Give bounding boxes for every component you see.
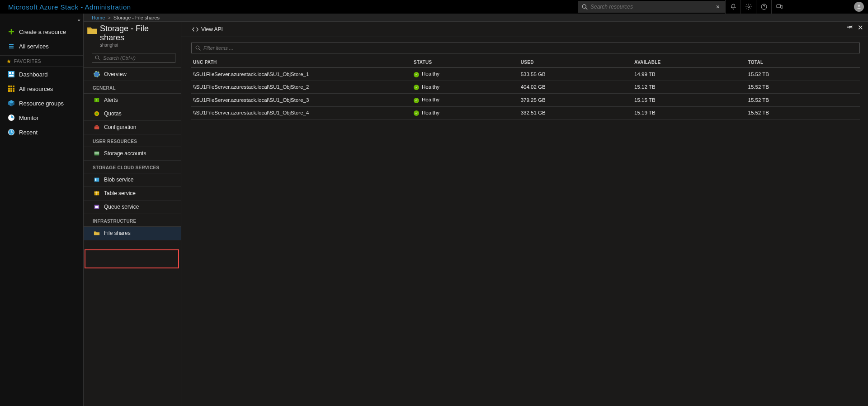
rm-queue-service[interactable]: Queue service [84, 201, 181, 214]
nav-collapse-toggle[interactable]: « [78, 17, 80, 23]
svg-point-55 [196, 46, 199, 49]
svg-rect-15 [12, 72, 14, 74]
status-ok-icon: ✓ [414, 72, 419, 77]
nav-all-resources[interactable]: All resources [0, 81, 83, 96]
rm-storage-accounts[interactable]: Storage accounts [84, 147, 181, 161]
table-row[interactable]: \\SU1FileServer.azurestack.local\SU1_Obj… [191, 81, 860, 94]
rm-file-shares[interactable]: File shares [84, 227, 181, 240]
svg-rect-14 [9, 72, 11, 74]
nav-resource-groups[interactable]: Resource groups [0, 96, 83, 110]
rm-overview[interactable]: Overview [84, 67, 181, 81]
resource-menu-search[interactable] [92, 53, 175, 63]
breadcrumb-home[interactable]: Home [92, 15, 105, 20]
svg-line-1 [586, 8, 588, 10]
create-resource-button[interactable]: Create a resource [0, 24, 83, 39]
pin-button[interactable] [847, 24, 853, 32]
cell-path: \\SU1FileServer.azurestack.local\SU1_Obj… [191, 94, 412, 107]
dashboard-icon [8, 71, 15, 78]
cell-total: 15.52 TB [746, 94, 860, 107]
top-bar: Microsoft Azure Stack - Administration × [0, 0, 868, 14]
cell-used: 404.02 GB [519, 81, 632, 94]
grid-icon [8, 85, 15, 92]
cell-available: 15.15 TB [632, 94, 746, 107]
status-ok-icon: ✓ [414, 110, 419, 116]
account-menu[interactable] [850, 0, 868, 14]
feedback-button[interactable] [771, 0, 787, 14]
cell-status: ✓Healthy [412, 94, 519, 107]
person-icon [856, 4, 862, 10]
cell-path: \\SU1FileServer.azurestack.local\SU1_Obj… [191, 68, 412, 81]
svg-rect-43 [95, 125, 98, 127]
view-api-button[interactable]: View API [192, 26, 223, 33]
global-nav: « Create a resource All services FAVORIT… [0, 14, 84, 406]
rm-blob-service[interactable]: Blob service [84, 173, 181, 187]
globe-icon [94, 71, 100, 77]
svg-rect-48 [95, 178, 97, 181]
breadcrumb: Home > Storage - File shares [84, 14, 868, 22]
cell-path: \\SU1FileServer.azurestack.local\SU1_Obj… [191, 106, 412, 119]
cell-used: 379.25 GB [519, 94, 632, 107]
rm-configuration[interactable]: Configuration [84, 121, 181, 134]
nav-recent[interactable]: Recent [0, 125, 83, 139]
col-used[interactable]: USED [519, 57, 632, 68]
svg-text:!: ! [96, 98, 97, 102]
content-area: Home > Storage - File shares Storage - F… [84, 14, 868, 406]
svg-rect-53 [95, 206, 99, 207]
col-status[interactable]: STATUS [412, 57, 519, 68]
cell-available: 15.19 TB [632, 106, 746, 119]
rm-table-service[interactable]: Table service [84, 187, 181, 201]
settings-button[interactable] [741, 0, 756, 14]
all-services-button[interactable]: All services [0, 39, 83, 53]
rm-overview-label: Overview [104, 71, 127, 77]
svg-line-56 [199, 49, 200, 50]
table-row[interactable]: \\SU1FileServer.azurestack.local\SU1_Obj… [191, 94, 860, 107]
view-api-label: View API [201, 26, 223, 33]
all-services-label: All services [19, 43, 49, 50]
col-unc-path[interactable]: UNC PATH [191, 57, 412, 68]
rm-configuration-label: Configuration [104, 124, 136, 130]
resource-menu-search-input[interactable] [103, 55, 172, 61]
toolbox-icon [94, 124, 100, 130]
table-row[interactable]: \\SU1FileServer.azurestack.local\SU1_Obj… [191, 68, 860, 81]
help-button[interactable] [756, 0, 771, 14]
gear-icon [745, 3, 752, 10]
svg-rect-44 [94, 152, 99, 156]
table-icon [94, 190, 100, 196]
filter-box[interactable] [191, 43, 860, 53]
status-ok-icon: ✓ [414, 85, 419, 90]
svg-point-41 [95, 112, 98, 115]
breadcrumb-sep: > [108, 15, 110, 20]
folder-icon [87, 26, 97, 34]
search-clear-icon[interactable]: × [714, 3, 722, 10]
rm-quotas[interactable]: Quotas [84, 107, 181, 121]
search-icon [582, 4, 588, 10]
svg-rect-21 [10, 88, 12, 90]
cell-status: ✓Healthy [412, 81, 519, 94]
col-available[interactable]: AVAILABLE [632, 57, 746, 68]
global-search[interactable]: × [578, 1, 725, 13]
rm-queue-label: Queue service [104, 204, 139, 210]
blade-row: Storage - File shares shanghai Overview … [84, 22, 868, 406]
nav-recent-label: Recent [19, 129, 38, 136]
svg-rect-24 [10, 90, 12, 92]
create-resource-label: Create a resource [19, 29, 66, 35]
rm-section-cloud: STORAGE CLOUD SERVICES [84, 161, 181, 173]
top-search-wrap: × [578, 0, 868, 14]
svg-rect-20 [8, 88, 10, 90]
feedback-icon [776, 3, 783, 10]
nav-resource-groups-label: Resource groups [19, 100, 64, 107]
svg-point-34 [95, 56, 99, 59]
blade-toolbar: View API [181, 22, 868, 37]
notifications-button[interactable] [725, 0, 741, 14]
col-total[interactable]: TOTAL [746, 57, 860, 68]
nav-monitor[interactable]: Monitor [0, 110, 83, 125]
close-button[interactable]: ✕ [858, 24, 863, 32]
cell-used: 332.51 GB [519, 106, 632, 119]
svg-rect-25 [13, 90, 14, 92]
global-search-input[interactable] [590, 4, 714, 10]
filter-input[interactable] [203, 45, 856, 51]
table-row[interactable]: \\SU1FileServer.azurestack.local\SU1_Obj… [191, 106, 860, 119]
rm-alerts[interactable]: !Alerts [84, 94, 181, 107]
search-icon [195, 45, 201, 51]
nav-dashboard[interactable]: Dashboard [0, 67, 83, 81]
